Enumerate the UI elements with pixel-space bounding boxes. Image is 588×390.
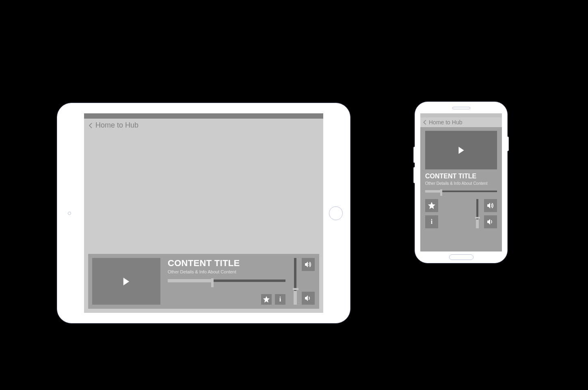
volume-fill bbox=[294, 291, 297, 305]
info-icon: i bbox=[279, 296, 281, 303]
back-nav-label: Home to Hub bbox=[429, 119, 462, 126]
phone-power-hw[interactable] bbox=[507, 136, 509, 151]
progress-slider[interactable] bbox=[425, 189, 497, 196]
content-subtitle: Other Details & Info About Content bbox=[425, 181, 497, 186]
back-nav[interactable]: Home to Hub bbox=[84, 119, 323, 134]
tablet-statusbar bbox=[84, 113, 323, 119]
volume-slider[interactable] bbox=[475, 199, 480, 228]
volume-control bbox=[293, 258, 315, 305]
star-icon bbox=[428, 202, 436, 210]
phone-home-button[interactable] bbox=[449, 254, 473, 260]
progress-fill bbox=[425, 190, 441, 193]
content-subtitle: Other Details & Info About Content bbox=[168, 269, 285, 274]
phone-volume-down-hw[interactable] bbox=[413, 167, 415, 183]
tablet-device: Home to Hub CONTENT TITLE Other Details … bbox=[57, 103, 350, 323]
progress-thumb[interactable] bbox=[440, 189, 442, 196]
favorite-button[interactable] bbox=[425, 199, 438, 212]
info-button[interactable]: i bbox=[275, 294, 285, 305]
volume-up-button[interactable] bbox=[302, 258, 315, 271]
back-chevron-icon bbox=[88, 122, 93, 129]
volume-thumb[interactable] bbox=[293, 288, 298, 290]
volume-up-icon bbox=[304, 260, 312, 269]
phone-volume-up-hw[interactable] bbox=[413, 147, 415, 163]
media-info: CONTENT TITLE Other Details & Info About… bbox=[420, 169, 502, 186]
favorite-button[interactable] bbox=[261, 294, 272, 305]
volume-up-icon bbox=[486, 202, 495, 210]
media-thumbnail[interactable] bbox=[425, 131, 497, 169]
player-panel: CONTENT TITLE Other Details & Info About… bbox=[88, 254, 319, 309]
phone-screen: Home to Hub CONTENT TITLE Other Details … bbox=[420, 113, 502, 251]
media-info: CONTENT TITLE Other Details & Info About… bbox=[168, 258, 285, 305]
star-icon bbox=[263, 296, 270, 303]
volume-down-button[interactable] bbox=[484, 215, 497, 228]
progress-thumb[interactable] bbox=[211, 278, 214, 287]
volume-down-icon bbox=[486, 218, 495, 226]
tablet-screen: Home to Hub CONTENT TITLE Other Details … bbox=[84, 113, 323, 313]
volume-up-button[interactable] bbox=[484, 199, 497, 212]
back-nav-label: Home to Hub bbox=[95, 121, 138, 130]
info-icon: i bbox=[431, 218, 432, 225]
tablet-home-button[interactable] bbox=[329, 206, 343, 220]
phone-speaker bbox=[452, 107, 470, 109]
content-title: CONTENT TITLE bbox=[168, 258, 285, 269]
play-icon bbox=[457, 146, 466, 155]
play-icon bbox=[121, 277, 131, 286]
phone-device: Home to Hub CONTENT TITLE Other Details … bbox=[415, 102, 508, 263]
back-nav[interactable]: Home to Hub bbox=[420, 117, 502, 127]
progress-fill bbox=[168, 279, 212, 282]
back-chevron-icon bbox=[423, 119, 427, 125]
content-title: CONTENT TITLE bbox=[425, 173, 497, 180]
media-thumbnail[interactable] bbox=[92, 258, 160, 305]
info-button[interactable]: i bbox=[425, 215, 438, 228]
volume-slider[interactable] bbox=[293, 258, 298, 305]
volume-fill bbox=[476, 219, 479, 228]
progress-slider[interactable] bbox=[168, 278, 285, 286]
volume-thumb[interactable] bbox=[475, 217, 480, 219]
volume-down-icon bbox=[304, 294, 312, 302]
phone-statusbar bbox=[420, 113, 502, 117]
controls-row: i bbox=[425, 199, 497, 231]
volume-down-button[interactable] bbox=[302, 292, 315, 305]
tablet-camera bbox=[68, 212, 71, 215]
